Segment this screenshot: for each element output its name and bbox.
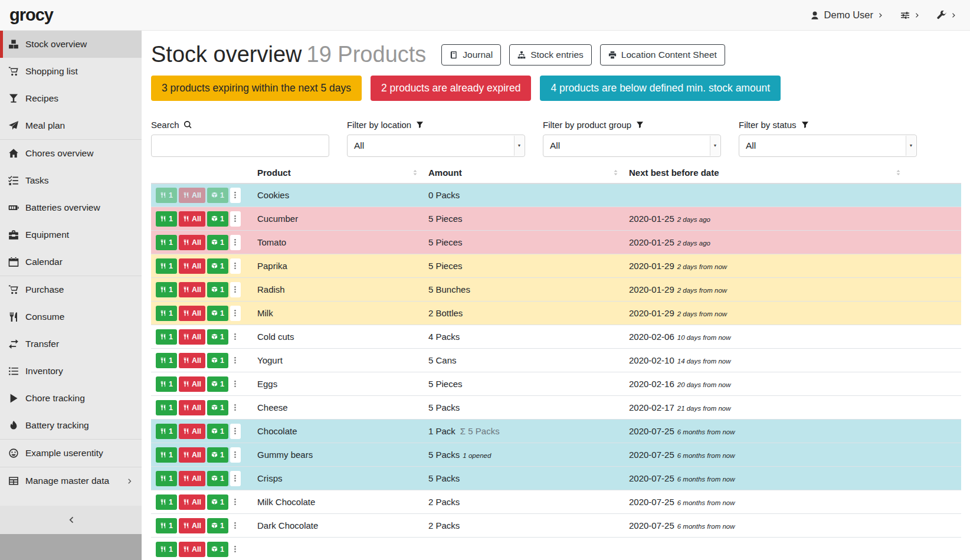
journal-button[interactable]: Journal [441,44,501,66]
sidebar-item-consume[interactable]: Consume [0,303,142,330]
consume-one-button[interactable]: 1 [156,447,177,463]
sidebar-item-chores-overview[interactable]: Chores overview [0,140,142,167]
sidebar-item-battery-tracking[interactable]: Battery tracking [0,412,142,439]
open-one-button[interactable]: 1 [207,258,228,274]
product-name-cell[interactable]: Cookies [253,184,424,207]
open-one-button[interactable]: 1 [207,376,228,392]
sidebar-item-purchase[interactable]: Purchase [0,276,142,303]
bbd-column-header[interactable]: Next best before date [624,164,961,184]
product-name-cell[interactable]: Eggs [253,372,424,396]
open-one-button[interactable]: 1 [207,447,228,463]
sidebar-item-meal-plan[interactable]: Meal plan [0,112,142,139]
sidebar-item-calendar[interactable]: Calendar [0,248,142,276]
row-menu-button[interactable] [230,282,241,297]
row-menu-button[interactable] [230,424,241,439]
sidebar-item-recipes[interactable]: Recipes [0,85,142,112]
location-filter-select[interactable]: All ▼ [347,135,525,157]
stock-entries-button[interactable]: Stock entries [509,44,592,66]
product-name-cell[interactable]: Milk Chocolate [253,490,424,514]
sidebar-item-inventory[interactable]: Inventory [0,358,142,385]
open-one-button[interactable]: 1 [207,494,228,510]
consume-all-button[interactable]: All [179,447,205,463]
product-name-cell[interactable]: Radish [253,278,424,302]
consume-all-button[interactable]: All [179,258,205,274]
consume-one-button[interactable]: 1 [156,376,177,392]
row-menu-button[interactable] [230,306,241,321]
row-menu-button[interactable] [230,329,241,345]
consume-all-button[interactable]: All [179,353,205,368]
consume-one-button[interactable]: 1 [156,235,177,250]
consume-all-button[interactable]: All [179,471,205,486]
row-menu-button[interactable] [230,400,241,415]
consume-all-button[interactable]: All [179,211,205,227]
product-group-filter-select[interactable]: All ▼ [543,135,721,157]
location-content-sheet-button[interactable]: Location Content Sheet [600,44,725,66]
sidebar-item-transfer[interactable]: Transfer [0,330,142,358]
open-one-button[interactable]: 1 [207,282,228,297]
open-one-button[interactable]: 1 [207,400,228,415]
open-one-button[interactable]: 1 [207,306,228,321]
consume-one-button[interactable]: 1 [156,188,177,203]
sidebar-item-example-userentity[interactable]: Example userentity [0,440,142,467]
open-one-button[interactable]: 1 [207,329,228,345]
consume-all-button[interactable]: All [179,188,205,203]
product-name-cell[interactable]: Cheese [253,396,424,420]
product-name-cell[interactable]: Cucumber [253,207,424,231]
user-menu[interactable]: Demo User [810,9,884,21]
consume-all-button[interactable]: All [179,542,205,557]
product-column-header[interactable]: Product [253,164,424,184]
consume-one-button[interactable]: 1 [156,518,177,533]
consume-one-button[interactable]: 1 [156,282,177,297]
row-menu-button[interactable] [230,376,241,392]
open-one-button[interactable]: 1 [207,353,228,368]
search-input[interactable] [151,135,329,157]
consume-all-button[interactable]: All [179,400,205,415]
consume-one-button[interactable]: 1 [156,400,177,415]
open-one-button[interactable]: 1 [207,211,228,227]
row-menu-button[interactable] [230,471,241,486]
sidebar-item-batteries-overview[interactable]: Batteries overview [0,194,142,221]
consume-one-button[interactable]: 1 [156,542,177,557]
sidebar-item-stock-overview[interactable]: Stock overview [0,31,142,58]
consume-all-button[interactable]: All [179,518,205,533]
sidebar-item-tasks[interactable]: Tasks [0,167,142,194]
settings-menu[interactable] [900,11,920,20]
consume-all-button[interactable]: All [179,282,205,297]
sidebar-item-chore-tracking[interactable]: Chore tracking [0,385,142,412]
expired-alert[interactable]: 2 products are already expired [371,76,531,101]
consume-one-button[interactable]: 1 [156,424,177,439]
consume-one-button[interactable]: 1 [156,306,177,321]
consume-one-button[interactable]: 1 [156,258,177,274]
open-one-button[interactable]: 1 [207,188,228,203]
consume-all-button[interactable]: All [179,306,205,321]
open-one-button[interactable]: 1 [207,518,228,533]
consume-all-button[interactable]: All [179,235,205,250]
row-menu-button[interactable] [230,235,241,250]
consume-one-button[interactable]: 1 [156,329,177,345]
amount-column-header[interactable]: Amount [424,164,624,184]
consume-all-button[interactable]: All [179,376,205,392]
consume-all-button[interactable]: All [179,494,205,510]
consume-one-button[interactable]: 1 [156,494,177,510]
row-menu-button[interactable] [230,447,241,463]
grocy-logo[interactable]: grocy [9,5,53,25]
product-name-cell[interactable]: Gummy bears [253,443,424,467]
product-name-cell[interactable]: Milk [253,302,424,325]
consume-all-button[interactable]: All [179,329,205,345]
sidebar-collapse-button[interactable] [0,506,142,534]
row-menu-button[interactable] [230,211,241,227]
consume-one-button[interactable]: 1 [156,353,177,368]
sidebar-item-shopping-list[interactable]: Shopping list [0,58,142,85]
admin-menu[interactable] [937,11,957,20]
product-name-cell[interactable]: Tomato [253,231,424,254]
open-one-button[interactable]: 1 [207,424,228,439]
product-name-cell[interactable]: Paprika [253,254,424,278]
status-filter-select[interactable]: All ▼ [739,135,917,157]
row-menu-button[interactable] [230,353,241,368]
row-menu-button[interactable] [230,258,241,274]
product-name-cell[interactable]: Chocolate [253,420,424,443]
below-min-stock-alert[interactable]: 4 products are below defined min. stock … [540,76,781,101]
expiring-soon-alert[interactable]: 3 products expiring within the next 5 da… [151,76,362,101]
product-name-cell[interactable]: Dark Chocolate [253,514,424,538]
sidebar-item-manage-master-data[interactable]: Manage master data [0,467,142,494]
